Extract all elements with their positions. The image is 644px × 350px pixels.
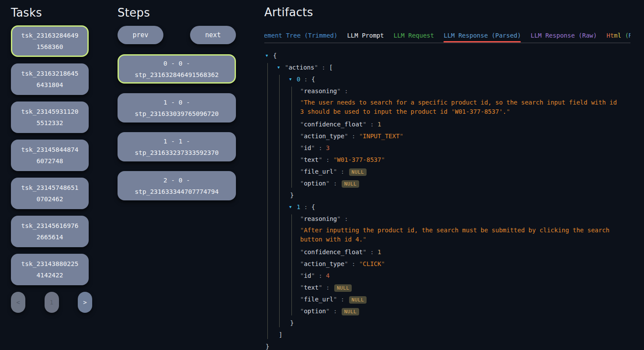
json-quote: " <box>319 156 322 163</box>
json-token: } <box>290 192 294 199</box>
tab-char: t <box>610 32 614 39</box>
tree-guide-line <box>291 87 292 188</box>
json-quote: " <box>314 64 318 71</box>
json-tree-row: "file_url" : NULL <box>266 166 630 178</box>
step-id-label: stp_231633237333592370 <box>135 147 218 158</box>
json-token: : <box>300 203 311 210</box>
tree-guide-line <box>279 75 280 327</box>
json-token: ] <box>279 331 282 338</box>
json-token: : <box>367 121 377 128</box>
artifact-tab[interactable]: LLM Response (Parsed) <box>443 32 521 39</box>
json-tree-row: "action_type" : "INPUT_TEXT" <box>266 130 630 142</box>
step-button[interactable]: 1 - 1 -stp_231633237333592370 <box>118 132 236 161</box>
collapse-arrow-icon[interactable]: ▼ <box>289 74 294 85</box>
json-key: actions <box>288 64 314 71</box>
json-tree-row: "file_url" : NULL <box>266 294 630 305</box>
step-index-label: 1 - 1 - <box>163 136 190 147</box>
json-tree-row: "After inputting the product id, the sea… <box>266 225 620 246</box>
json-quote: " <box>337 88 340 94</box>
task-id-label: tsk_231438802254142422 <box>20 258 80 281</box>
artifacts-panel: Artifacts Element Tree (Trimmed)LLM Prom… <box>264 6 630 350</box>
json-key: text <box>304 156 319 163</box>
json-tree-row: ] <box>266 329 630 341</box>
task-button[interactable]: tsk_231459311205512332 <box>11 102 89 133</box>
step-button[interactable]: 2 - 0 -stp_231633344707774794 <box>118 171 236 200</box>
null-badge: NULL <box>334 284 352 292</box>
tree-guide-line <box>291 214 292 315</box>
json-tree-row: "id" : 3 <box>266 142 630 154</box>
json-quote: " <box>311 144 315 151</box>
json-tree-row: "action_type" : "CLICK" <box>266 258 630 270</box>
json-key: confidence_float <box>304 248 363 256</box>
json-token: : <box>337 168 348 175</box>
null-badge: NULL <box>342 180 360 188</box>
steps-panel: Steps prev next 0 - 0 -stp_2316328464915… <box>118 6 236 210</box>
collapse-arrow-icon[interactable]: ▼ <box>266 50 270 62</box>
json-token: 3 <box>326 144 329 151</box>
step-controls: prev next <box>118 26 236 44</box>
artifact-tab[interactable]: LLM Prompt <box>347 32 384 39</box>
json-token: [ <box>329 64 332 71</box>
json-token: } <box>290 319 294 326</box>
step-id-label: stp_231633344707774794 <box>135 186 218 197</box>
step-id-label: stp_231632846491568362 <box>135 69 218 80</box>
json-token: : <box>318 64 329 71</box>
tab-char: m <box>614 32 617 39</box>
tasks-title: Tasks <box>11 6 92 19</box>
json-token: " <box>381 260 384 267</box>
task-button[interactable]: tsk_231458448746072748 <box>11 140 89 171</box>
json-quote: " <box>344 260 348 267</box>
tab-char: ( <box>625 32 628 39</box>
task-button[interactable]: tsk_231632846491568360 <box>11 25 89 57</box>
artifact-tab[interactable]: LLM Response (Raw) <box>530 32 597 39</box>
json-tree-row: ▼"actions" : [ <box>266 62 630 74</box>
json-token: : <box>337 296 348 303</box>
collapse-arrow-icon[interactable]: ▼ <box>289 201 294 213</box>
json-key: reasoning <box>304 88 337 94</box>
artifact-tab[interactable]: Element Tree (Trimmed) <box>264 32 337 39</box>
json-key: action_type <box>304 133 344 140</box>
json-token: W01-377-8537 <box>337 156 381 163</box>
json-key: file_url <box>304 168 333 175</box>
artifact-tab[interactable]: LLM Request <box>394 32 434 39</box>
collapse-arrow-icon[interactable]: ▼ <box>277 62 282 74</box>
json-quote: " <box>319 284 322 291</box>
next-step-button[interactable]: next <box>190 26 236 44</box>
tab-char: H <box>606 32 610 39</box>
task-button[interactable]: tsk_231632186456431804 <box>11 63 89 95</box>
json-token: : <box>348 260 359 267</box>
prev-step-button[interactable]: prev <box>118 26 163 44</box>
json-token: { <box>312 76 315 83</box>
json-quote: " <box>311 272 315 279</box>
step-button[interactable]: 0 - 0 -stp_231632846491568362 <box>118 54 236 84</box>
null-badge: NULL <box>349 296 367 304</box>
steps-title: Steps <box>118 6 236 19</box>
json-token: : <box>315 272 326 279</box>
pagination-next-button[interactable]: > <box>78 292 92 313</box>
tasks-panel: Tasks tsk_231632846491568360tsk_23163218… <box>11 6 92 313</box>
json-key: id <box>304 272 311 279</box>
pagination-page-button[interactable]: 1 <box>45 292 59 313</box>
json-tree-row: "option" : NULL <box>266 305 630 317</box>
json-token: } <box>266 343 269 350</box>
json-token: The user needs to search for a specific … <box>300 99 617 115</box>
task-button[interactable]: tsk_231456169762665614 <box>11 216 89 247</box>
task-button[interactable]: tsk_231457486510702462 <box>11 178 89 209</box>
json-token: : <box>367 248 377 256</box>
artifact-tab[interactable]: Html (Raw) <box>606 32 630 39</box>
task-id-label: tsk_231459311205512332 <box>20 106 80 129</box>
json-token: : <box>322 156 333 163</box>
json-token: : <box>348 133 359 140</box>
json-token: { <box>312 203 315 210</box>
json-tree-row: "text" : "W01-377-8537" <box>266 154 630 166</box>
task-button[interactable]: tsk_231438802254142422 <box>11 254 89 285</box>
json-key: file_url <box>304 296 333 303</box>
step-button[interactable]: 1 - 0 -stp_231633039765096720 <box>118 93 236 122</box>
json-token: : <box>341 215 348 222</box>
pagination-prev-button[interactable]: < <box>11 292 25 313</box>
step-list: 0 - 0 -stp_2316328464915683621 - 0 -stp_… <box>118 54 236 200</box>
json-quote: " <box>344 133 348 140</box>
json-token: CLICK <box>363 260 381 267</box>
active-tab-indicator <box>443 41 521 42</box>
json-key: reasoning <box>304 215 337 222</box>
